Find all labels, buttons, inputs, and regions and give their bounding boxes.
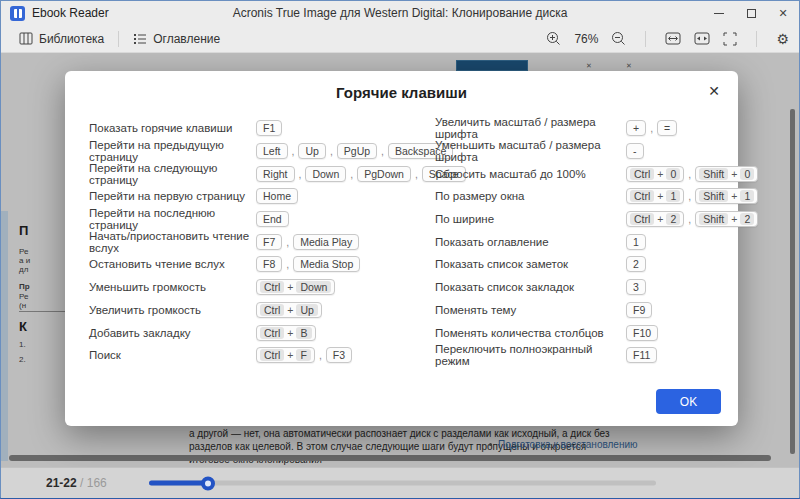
key-name: F9 <box>633 304 645 316</box>
shortcut-keys: Ctrl+F,F3 <box>256 347 352 363</box>
key-separator: , <box>286 236 289 248</box>
shortcut-keys: Left,Up,PgUp,Backspace <box>256 143 453 159</box>
plus-separator: + <box>731 168 737 180</box>
background-screenshot-mark: ✕ <box>586 62 592 68</box>
shortcut-row: По размеру окнаCtrl+1,Shift+1 <box>435 185 758 208</box>
shortcut-row: Уменьшить масштаб / размера шрифта- <box>435 140 758 163</box>
shortcut-row: Перейти на последнюю страницуEnd <box>89 208 435 231</box>
key-name: 2 <box>666 213 680 225</box>
document-area: ✕ ✕ П Ре а и дл Пр Ре (н К 1. 2. а друго… <box>1 53 799 467</box>
key-badge: Media Stop <box>293 256 360 272</box>
fullscreen-button[interactable] <box>723 32 737 46</box>
dialog-close-button[interactable]: ✕ <box>708 83 720 99</box>
key-name: PgDown <box>364 168 404 180</box>
toolbar-separator <box>118 31 119 47</box>
key-separator: , <box>688 213 691 225</box>
key-name: Ctrl <box>630 190 654 202</box>
background-text-fragment: а и <box>19 256 30 265</box>
key-separator: , <box>381 145 384 157</box>
key-name: Shift <box>699 213 728 225</box>
background-text-line: а другой — нет, она автоматически распоз… <box>189 428 609 439</box>
shortcut-row: ПоискCtrl+F,F3 <box>89 344 435 367</box>
key-badge: 2 <box>626 256 646 272</box>
background-link: Подготовка к восстановлению <box>498 439 638 450</box>
titlebar: Ebook Reader Acronis True Image для West… <box>1 1 799 25</box>
shortcut-keys: F9 <box>626 302 652 318</box>
shortcut-label: Перейти на первую страницу <box>89 190 256 202</box>
shortcut-label: По размеру окна <box>435 190 626 202</box>
page-slider-thumb[interactable] <box>201 476 215 490</box>
shortcut-keys: Ctrl+2,Shift+2 <box>626 211 758 227</box>
background-text-line: итоговое окно клонирования <box>189 454 322 465</box>
key-badge: Ctrl+0 <box>626 166 684 182</box>
app-logo-icon <box>10 6 25 21</box>
app-window: Ebook Reader Acronis True Image для West… <box>0 0 800 499</box>
key-name: 3 <box>633 281 639 293</box>
key-badge: 3 <box>626 279 646 295</box>
settings-button[interactable]: ⚙ <box>776 32 789 46</box>
key-name: Up <box>305 145 318 157</box>
key-name: Right <box>263 168 288 180</box>
shortcut-row: Перейти на первую страницуHome <box>89 185 435 208</box>
page-edge-strip <box>1 211 8 461</box>
key-name: Down <box>312 168 339 180</box>
shortcut-label: Уменьшить масштаб / размера шрифта <box>435 139 626 163</box>
plus-separator: + <box>657 213 663 225</box>
page-slider[interactable] <box>149 481 656 486</box>
key-name: F10 <box>633 327 651 339</box>
toc-icon <box>133 33 147 45</box>
total-pages: 166 <box>87 476 107 490</box>
shortcut-keys: F11 <box>626 347 657 363</box>
shortcut-label: Начать/приостановить чтение вслух <box>89 230 256 254</box>
plus-separator: + <box>731 190 737 202</box>
key-name: Ctrl <box>260 349 284 361</box>
key-badge: Ctrl+1 <box>626 188 684 204</box>
key-separator: , <box>292 145 295 157</box>
minimize-button[interactable] <box>703 1 735 25</box>
shortcut-row: Перейти на предыдущую страницуLeft,Up,Pg… <box>89 140 435 163</box>
shortcut-row: Переключить полноэкранный режимF11 <box>435 344 758 367</box>
key-badge: F10 <box>626 325 658 341</box>
fit-width-button[interactable] <box>665 32 681 45</box>
shortcut-row: Добавить закладкуCtrl+B <box>89 321 435 344</box>
maximize-button[interactable] <box>735 1 767 25</box>
shortcut-row: Перейти на следующую страницуRight,Down,… <box>89 162 435 185</box>
key-name: F11 <box>633 349 650 361</box>
shortcut-row: Показать список заметок2 <box>435 253 758 276</box>
shortcut-label: Переключить полноэкранный режим <box>435 343 626 367</box>
ok-button[interactable]: OK <box>656 389 721 414</box>
key-name: F <box>296 349 310 361</box>
shortcut-keys: F7,Media Play <box>256 234 359 250</box>
background-screenshot-mark: ✕ <box>626 62 632 68</box>
key-badge: F9 <box>626 302 652 318</box>
vertical-scrollbar[interactable] <box>790 109 795 454</box>
key-separator: , <box>688 168 691 180</box>
library-label: Библиотека <box>39 32 104 46</box>
toc-label: Оглавление <box>153 32 220 46</box>
plus-separator: + <box>287 281 293 293</box>
shortcut-label: Добавить закладку <box>89 327 256 339</box>
current-pages: 21-22 <box>46 476 77 490</box>
shortcut-row: Показать горячие клавишиF1 <box>89 117 435 140</box>
plus-separator: + <box>657 168 663 180</box>
maximize-icon <box>747 9 756 18</box>
key-name: Media Play <box>300 236 352 248</box>
shortcut-keys: F10 <box>626 325 658 341</box>
key-badge: Up <box>298 143 325 159</box>
key-badge: 1 <box>626 234 646 250</box>
key-badge: End <box>256 211 289 227</box>
toc-button[interactable]: Оглавление <box>125 29 228 49</box>
zoom-in-button[interactable] <box>546 31 561 46</box>
pages-separator: / <box>80 476 83 490</box>
key-name: 2 <box>740 213 754 225</box>
shortcut-keys: +,= <box>626 120 677 136</box>
library-button[interactable]: Библиотека <box>11 29 112 49</box>
key-badge: F1 <box>256 120 282 136</box>
key-badge: Shift+0 <box>695 166 758 182</box>
horizontal-scrollbar[interactable] <box>9 455 771 461</box>
plus-separator: + <box>287 304 293 316</box>
key-name: Home <box>263 190 291 202</box>
fit-page-button[interactable] <box>694 32 710 45</box>
zoom-out-button[interactable] <box>611 31 626 46</box>
close-button[interactable]: ✕ <box>767 1 799 25</box>
